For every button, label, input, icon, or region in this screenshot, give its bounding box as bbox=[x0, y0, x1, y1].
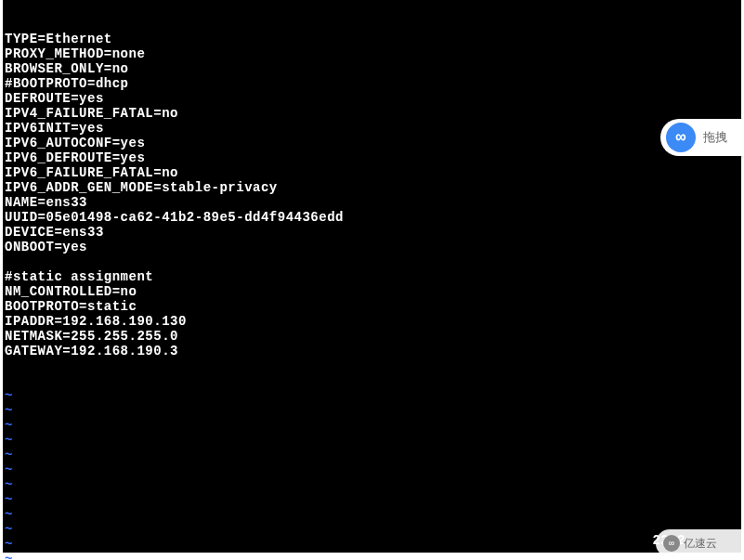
config-line: NAME=ens33 bbox=[5, 195, 741, 210]
drag-upload-widget[interactable]: ∞ 拖拽 bbox=[660, 119, 744, 156]
vim-empty-line-tilde: ~ bbox=[5, 492, 741, 507]
config-line: ONBOOT=yes bbox=[5, 240, 741, 254]
config-line: GATEWAY=192.168.190.3 bbox=[5, 344, 741, 358]
config-line: BOOTPROTO=static bbox=[5, 299, 741, 314]
config-content: TYPE=EthernetPROXY_METHOD=noneBROWSER_ON… bbox=[5, 32, 741, 358]
config-line: NETMASK=255.255.255.0 bbox=[5, 329, 741, 344]
vim-empty-line-tilde: ~ bbox=[5, 418, 741, 433]
config-line: UUID=05e01498-ca62-41b2-89e5-dd4f94436ed… bbox=[5, 210, 741, 225]
config-line: IPV6_DEFROUTE=yes bbox=[5, 150, 741, 165]
config-line: IPADDR=192.168.190.130 bbox=[5, 314, 741, 329]
config-line: NM_CONTROLLED=no bbox=[5, 284, 741, 299]
config-line: IPV6INIT=yes bbox=[5, 121, 741, 136]
config-line: IPV6_ADDR_GEN_MODE=stable-privacy bbox=[5, 180, 741, 195]
watermark-badge[interactable]: ∞ 亿速云 bbox=[656, 529, 744, 557]
empty-lines: ~~~~~~~~~~~~~~ bbox=[5, 388, 741, 560]
vim-empty-line-tilde: ~ bbox=[5, 462, 741, 477]
drag-label: 拖拽 bbox=[703, 129, 727, 146]
vim-empty-line-tilde: ~ bbox=[5, 388, 741, 403]
config-line bbox=[5, 254, 741, 269]
config-line: PROXY_METHOD=none bbox=[5, 46, 741, 61]
config-line: IPV6_AUTOCONF=yes bbox=[5, 136, 741, 150]
vim-empty-line-tilde: ~ bbox=[5, 552, 741, 560]
vim-empty-line-tilde: ~ bbox=[5, 433, 741, 448]
config-line: #static assignment bbox=[5, 269, 741, 284]
vim-empty-line-tilde: ~ bbox=[5, 448, 741, 462]
terminal-editor[interactable]: TYPE=EthernetPROXY_METHOD=noneBROWSER_ON… bbox=[3, 0, 741, 553]
config-line: IPV4_FAILURE_FATAL=no bbox=[5, 106, 741, 121]
vim-empty-line-tilde: ~ bbox=[5, 403, 741, 418]
config-line: TYPE=Ethernet bbox=[5, 32, 741, 46]
vim-empty-line-tilde: ~ bbox=[5, 477, 741, 492]
watermark-cloud-icon: ∞ bbox=[663, 535, 680, 552]
vim-empty-line-tilde: ~ bbox=[5, 507, 741, 522]
vim-empty-line-tilde: ~ bbox=[5, 522, 741, 537]
vim-empty-line-tilde: ~ bbox=[5, 537, 741, 552]
config-line: DEFROUTE=yes bbox=[5, 91, 741, 106]
watermark-text: 亿速云 bbox=[684, 536, 717, 552]
config-line: DEVICE=ens33 bbox=[5, 225, 741, 240]
config-line: IPV6_FAILURE_FATAL=no bbox=[5, 165, 741, 180]
cloud-infinity-icon: ∞ bbox=[666, 123, 696, 152]
config-line: #BOOTPROTO=dhcp bbox=[5, 76, 741, 91]
config-line: BROWSER_ONLY=no bbox=[5, 61, 741, 76]
